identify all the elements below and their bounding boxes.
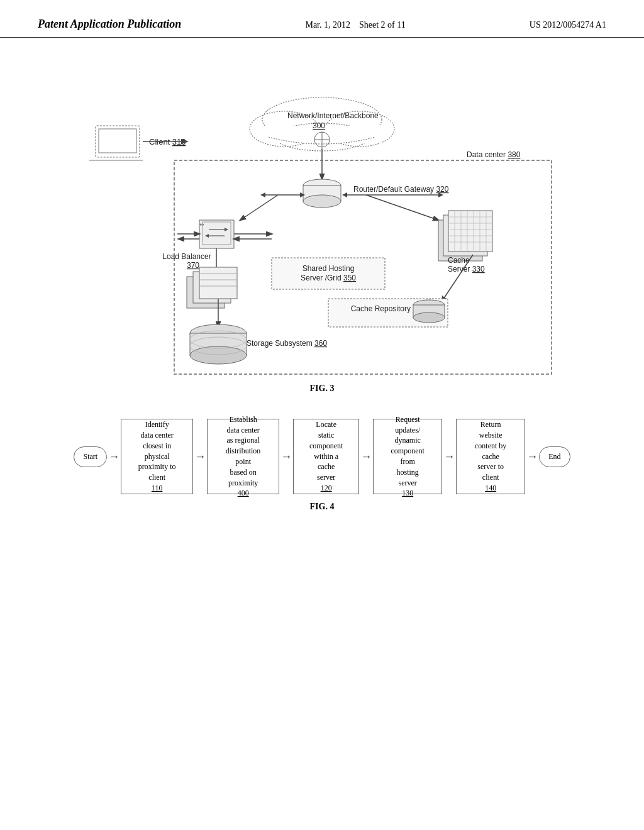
flowchart-step4: Requestupdates/dynamiccomponentfromhosti… — [373, 419, 442, 494]
svg-text:300: 300 — [313, 121, 325, 130]
flowchart-step1: Identifydata centerclosest inphysicalpro… — [121, 419, 193, 494]
fig4-container: Start Identifydata centerclosest inphysi… — [70, 419, 574, 512]
svg-marker-81 — [342, 192, 347, 197]
svg-rect-43 — [199, 267, 237, 299]
sheet-info: Sheet 2 of 11 — [359, 20, 406, 30]
publication-title: Patent Application Publication — [38, 18, 181, 31]
svg-text:⇔: ⇔ — [199, 221, 204, 228]
svg-rect-27 — [199, 220, 234, 248]
svg-text:Network/Internet/Backbone: Network/Internet/Backbone — [287, 111, 379, 120]
flowchart-end: End — [539, 446, 570, 467]
svg-point-78 — [413, 313, 445, 323]
fig4-flowchart: Start Identifydata centerclosest inphysi… — [70, 419, 574, 494]
fig3-container: Client 310 Network/Internet/Backbone 300… — [77, 69, 567, 394]
svg-rect-1 — [99, 129, 136, 153]
step5-label: Returnwebsitecontent bycacheserver tocli… — [475, 419, 506, 494]
header-date-sheet: Mar. 1, 2012 Sheet 2 of 11 — [305, 18, 405, 30]
fig3-caption: FIG. 3 — [77, 384, 567, 394]
svg-text:Router/Default Gateway 320: Router/Default Gateway 320 — [353, 185, 449, 194]
svg-text:Server 330: Server 330 — [448, 265, 485, 274]
page-content: Client 310 Network/Internet/Backbone 300… — [0, 38, 644, 556]
svg-text:370: 370 — [187, 261, 199, 270]
svg-text:Server /Grid 350: Server /Grid 350 — [301, 274, 356, 282]
arrow-start-1 — [108, 450, 119, 463]
svg-text:Storage Subsystem 360: Storage Subsystem 360 — [247, 339, 327, 348]
svg-marker-26 — [260, 192, 265, 197]
step4-label: Requestupdates/dynamiccomponentfromhosti… — [391, 414, 424, 499]
step1-label: Identifydata centerclosest inphysicalpro… — [138, 419, 176, 494]
publication-date: Mar. 1, 2012 — [305, 20, 350, 30]
end-label: End — [548, 452, 560, 461]
svg-text:Load Balancer: Load Balancer — [162, 252, 211, 261]
step3-label: Locatestaticcomponentwithin acacheserver… — [309, 419, 343, 494]
patent-number: US 2012/0054274 A1 — [530, 18, 606, 30]
svg-point-72 — [190, 346, 247, 364]
arrow-3-4 — [360, 450, 372, 463]
svg-text:Data center 380: Data center 380 — [467, 150, 521, 159]
arrow-5-end — [526, 450, 538, 463]
svg-text:Cache: Cache — [448, 256, 470, 265]
flowchart-step5: Returnwebsitecontent bycacheserver tocli… — [456, 419, 525, 494]
arrow-2-3 — [280, 450, 292, 463]
svg-line-23 — [366, 195, 438, 220]
fig3-diagram: Client 310 Network/Internet/Backbone 300… — [77, 69, 567, 377]
step2-label: Establishdata centeras regionaldistribut… — [226, 414, 260, 499]
arrow-4-5 — [443, 450, 455, 463]
svg-text:Shared Hosting: Shared Hosting — [303, 264, 355, 273]
flowchart-start: Start — [74, 446, 107, 467]
arrow-1-2 — [194, 450, 206, 463]
fig4-caption: FIG. 4 — [70, 502, 574, 512]
svg-line-22 — [240, 195, 278, 220]
flowchart-step3: Locatestaticcomponentwithin acacheserver… — [293, 419, 359, 494]
flowchart-step2: Establishdata centeras regionaldistribut… — [207, 419, 279, 494]
start-label: Start — [83, 452, 97, 461]
page-header: Patent Application Publication Mar. 1, 2… — [0, 0, 644, 38]
svg-point-20 — [303, 195, 341, 208]
